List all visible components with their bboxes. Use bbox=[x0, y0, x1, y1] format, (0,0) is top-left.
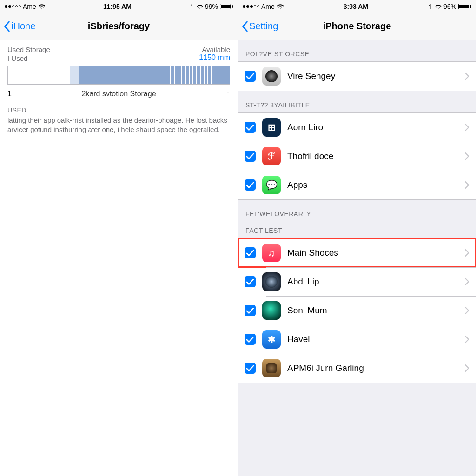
app-icon: ✱ bbox=[262, 330, 281, 349]
checkbox-icon[interactable] bbox=[245, 305, 256, 316]
axis-up-icon: ↑ bbox=[226, 89, 230, 99]
used-storage-label: Used Storage bbox=[7, 46, 50, 54]
app-label: Soni Mum bbox=[287, 305, 465, 316]
status-bar: Ame 3:93 AM ↿ 96% bbox=[238, 0, 476, 13]
storage-segment bbox=[52, 66, 70, 84]
chevron-right-icon bbox=[465, 152, 469, 160]
app-label: Main Shoces bbox=[287, 248, 465, 258]
back-label: Setting bbox=[249, 21, 278, 32]
app-label: Havel bbox=[287, 334, 465, 344]
back-button[interactable]: iHone bbox=[4, 21, 35, 32]
chevron-right-icon bbox=[465, 249, 469, 257]
carrier-label: Ame bbox=[261, 3, 275, 10]
status-left: Ame bbox=[243, 3, 284, 10]
chevron-right-icon bbox=[465, 124, 469, 131]
app-icon: ♫ bbox=[262, 244, 281, 262]
signal-dots-icon bbox=[5, 5, 21, 8]
app-label: Aorn Liro bbox=[287, 122, 465, 132]
app-icon: ⊞ bbox=[262, 118, 281, 137]
app-row[interactable]: APM6i Jurn Garling bbox=[238, 354, 476, 383]
section-header-3a: FEL'WELOVERARLY bbox=[238, 200, 476, 221]
status-bar: Ame 11:95 AM ↿ 99% bbox=[0, 0, 238, 13]
used-section-header: USED bbox=[7, 106, 230, 114]
app-row[interactable]: Vire Sengey bbox=[238, 62, 476, 91]
chevron-right-icon bbox=[465, 181, 469, 189]
checkbox-icon[interactable] bbox=[245, 71, 256, 82]
app-label: Thofril doce bbox=[287, 151, 465, 161]
back-button[interactable]: Setting bbox=[242, 21, 278, 32]
carrier-label: Ame bbox=[23, 3, 36, 10]
navbar: Setting iPhone Storage bbox=[238, 13, 476, 40]
status-left: Ame bbox=[5, 3, 46, 10]
section-header-2: ST-T?? 3YAILIBITLE bbox=[238, 91, 476, 112]
content-right: POL?VE STIORCSE Vire Sengey ST-T?? 3YAIL… bbox=[238, 40, 476, 476]
section-header-1: POL?VE STIORCSE bbox=[238, 40, 476, 61]
chevron-left-icon bbox=[242, 21, 248, 32]
app-icon bbox=[262, 301, 281, 320]
status-time: 11:95 AM bbox=[103, 3, 132, 10]
storage-segment bbox=[70, 66, 79, 84]
chevron-left-icon bbox=[4, 21, 10, 32]
checkbox-icon[interactable] bbox=[245, 122, 256, 133]
app-label: Apps bbox=[287, 180, 465, 190]
storage-caption: 2kard svtotion Storage bbox=[7, 90, 230, 98]
chevron-right-icon bbox=[465, 364, 469, 372]
chevron-right-icon bbox=[465, 73, 469, 80]
battery-pct: 99% bbox=[205, 3, 218, 10]
battery-pct: 96% bbox=[443, 3, 456, 10]
used-section-body: latting their app oalk-rrist installed a… bbox=[7, 116, 230, 135]
storage-segment bbox=[167, 66, 212, 84]
signal-dots-icon bbox=[243, 5, 259, 8]
status-right: ↿ 99% bbox=[189, 3, 233, 10]
storage-segment bbox=[212, 66, 230, 84]
storage-summary: Used Storage I Used Available 1150 mm 1 … bbox=[0, 40, 238, 141]
checkbox-icon[interactable] bbox=[245, 334, 256, 345]
checkbox-icon[interactable] bbox=[245, 276, 256, 287]
wifi-small-icon bbox=[197, 4, 203, 9]
list-section-2: ⊞Aorn LiroℱThofril doce💬Apps bbox=[238, 112, 476, 200]
list-section-1: Vire Sengey bbox=[238, 61, 476, 91]
app-row[interactable]: 💬Apps bbox=[238, 171, 476, 199]
page-title: iSbries/foragy bbox=[0, 21, 238, 32]
checkbox-icon[interactable] bbox=[245, 151, 256, 162]
app-icon bbox=[262, 272, 281, 291]
battery-icon bbox=[458, 4, 471, 9]
app-row[interactable]: ♫Main Shoces bbox=[238, 238, 476, 267]
app-label: Vire Sengey bbox=[287, 71, 465, 81]
app-row[interactable]: ⊞Aorn Liro bbox=[238, 113, 476, 142]
navbar: iHone iSbries/foragy bbox=[0, 13, 238, 40]
storage-segment bbox=[8, 66, 30, 84]
section-header-3b: FACT LEST bbox=[238, 221, 476, 238]
app-label: APM6i Jurn Garling bbox=[287, 363, 465, 373]
app-icon bbox=[262, 67, 281, 86]
checkbox-icon[interactable] bbox=[245, 363, 256, 374]
storage-bar-chart bbox=[7, 66, 230, 85]
status-time: 3:93 AM bbox=[344, 3, 368, 10]
screenshot-pair: Ame 11:95 AM ↿ 99% iHone bbox=[0, 0, 476, 476]
app-icon: 💬 bbox=[262, 176, 281, 194]
used-sub-label: I Used bbox=[7, 54, 50, 63]
nav-arrow-icon: ↿ bbox=[428, 3, 433, 10]
status-right: ↿ 96% bbox=[428, 3, 471, 10]
chevron-right-icon bbox=[465, 336, 469, 343]
app-icon: ℱ bbox=[262, 147, 281, 165]
app-label: Abdi Lip bbox=[287, 277, 465, 287]
phone-right: Ame 3:93 AM ↿ 96% Setting bbox=[238, 0, 476, 476]
app-row[interactable]: ✱Havel bbox=[238, 325, 476, 354]
app-row[interactable]: Soni Mum bbox=[238, 296, 476, 325]
chevron-right-icon bbox=[465, 278, 469, 285]
app-row[interactable]: Abdi Lip bbox=[238, 267, 476, 296]
battery-icon bbox=[220, 4, 233, 9]
storage-segment bbox=[79, 66, 168, 84]
available-label: Available bbox=[199, 46, 230, 53]
wifi-icon bbox=[38, 4, 46, 9]
checkbox-icon[interactable] bbox=[245, 179, 256, 191]
app-row[interactable]: ℱThofril doce bbox=[238, 142, 476, 171]
checkbox-icon[interactable] bbox=[245, 247, 256, 258]
app-icon bbox=[262, 359, 281, 377]
list-section-3: ♫Main ShocesAbdi LipSoni Mum✱HavelAPM6i … bbox=[238, 238, 476, 383]
content-left: Used Storage I Used Available 1150 mm 1 … bbox=[0, 40, 238, 476]
storage-segment bbox=[30, 66, 53, 84]
nav-arrow-icon: ↿ bbox=[189, 3, 195, 10]
available-value: 1150 mm bbox=[199, 53, 230, 62]
